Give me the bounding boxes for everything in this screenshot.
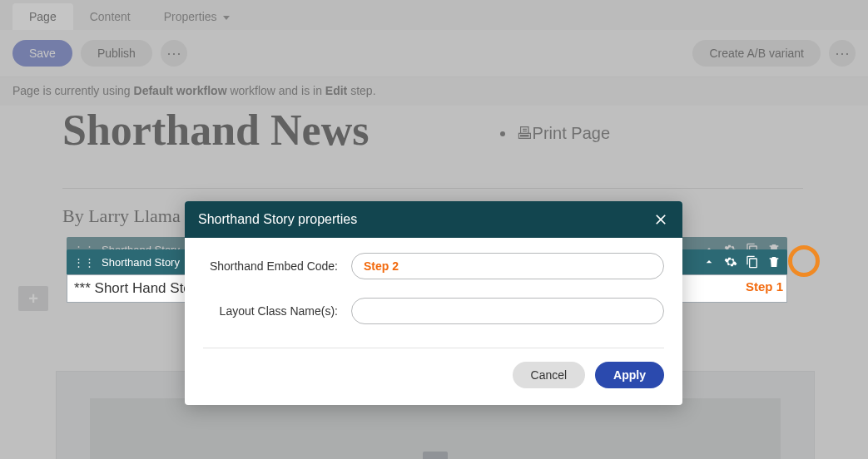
story-properties-modal: Shorthand Story properties Shorthand Emb… [185, 201, 682, 405]
gear-icon[interactable] [724, 255, 737, 269]
embed-code-input[interactable] [351, 253, 664, 279]
modal-title: Shorthand Story properties [198, 212, 652, 227]
drag-handle-icon[interactable]: ⋮⋮ [73, 256, 95, 269]
cancel-button[interactable]: Cancel [513, 362, 586, 388]
form-row-embed: Shorthand Embed Code: [203, 253, 664, 279]
modal-body: Shorthand Embed Code: Layout Class Name(… [185, 238, 682, 348]
layout-class-label: Layout Class Name(s): [203, 304, 351, 318]
apply-button[interactable]: Apply [595, 362, 664, 388]
embed-code-label: Shorthand Embed Code: [203, 259, 351, 273]
modal-header: Shorthand Story properties [185, 201, 682, 238]
close-icon[interactable] [652, 211, 669, 228]
trash-icon[interactable] [767, 255, 781, 269]
form-row-layout: Layout Class Name(s): [203, 298, 664, 324]
copy-icon[interactable] [746, 255, 759, 269]
up-icon[interactable] [702, 255, 716, 269]
modal-footer: Cancel Apply [185, 348, 682, 405]
layout-class-input[interactable] [351, 298, 664, 324]
annotation-step1-label: Step 1 [746, 279, 783, 294]
